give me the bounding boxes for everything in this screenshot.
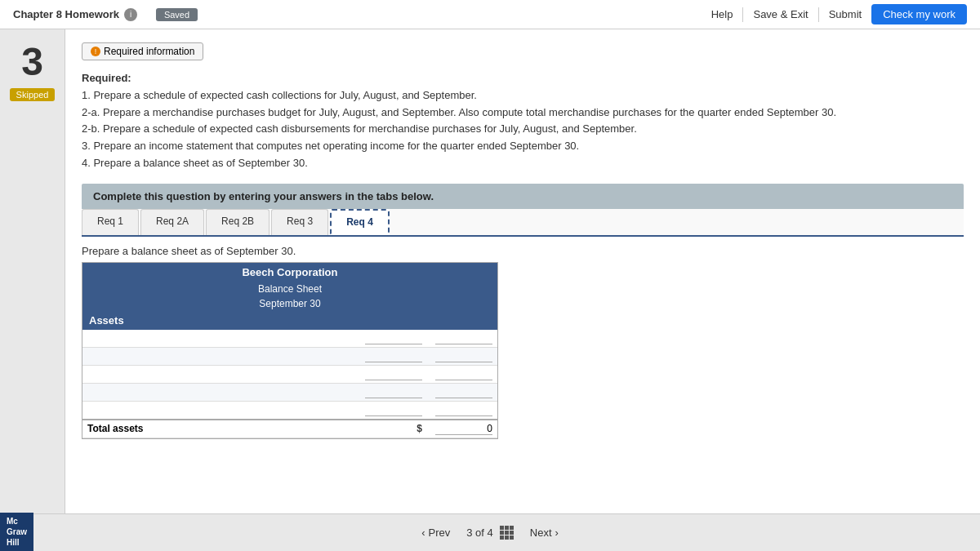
req-info-label: Required information xyxy=(104,46,194,57)
tabs-row: Req 1 Req 2A Req 2B Req 3 Req 4 xyxy=(82,209,964,237)
required-info-button[interactable]: ! Required information xyxy=(82,42,203,60)
next-arrow-icon: › xyxy=(555,527,559,539)
page-counter: 3 of 4 xyxy=(466,527,493,539)
table-row xyxy=(82,347,497,365)
instruction-line-4: 3. Prepare an income statement that comp… xyxy=(82,140,579,152)
page-info: 3 of 4 xyxy=(466,526,514,540)
table-row xyxy=(82,401,497,420)
instruction-box-text: Complete this question by entering your … xyxy=(93,190,434,202)
prev-label: Prev xyxy=(429,527,451,539)
dollar-sign-icon: $ xyxy=(416,423,422,434)
info-icon[interactable]: i xyxy=(124,8,137,21)
total-assets-input[interactable] xyxy=(435,423,492,435)
instruction-box: Complete this question by entering your … xyxy=(82,184,964,209)
bs-input-field-4[interactable] xyxy=(365,386,422,398)
tab-req2b[interactable]: Req 2B xyxy=(206,209,270,235)
bs-label-5 xyxy=(82,401,357,420)
bs-input-3[interactable] xyxy=(357,365,427,383)
next-label: Next xyxy=(530,527,552,539)
bs-input-4[interactable] xyxy=(357,383,427,401)
bs-input-field-2[interactable] xyxy=(365,350,422,362)
bs-input-field-1[interactable] xyxy=(365,332,422,344)
bs-input-field-2b[interactable] xyxy=(435,350,492,362)
divider2 xyxy=(818,7,819,22)
bs-input-3b[interactable] xyxy=(427,365,497,383)
table-row xyxy=(82,365,497,383)
bs-company-name: Beech Corporation xyxy=(82,263,497,282)
bs-input-2b[interactable] xyxy=(427,347,497,365)
total-assets-label: Total assets xyxy=(82,420,357,438)
main-area: 3 Skipped ! Required information Require… xyxy=(0,29,980,513)
instruction-line-5: 4. Prepare a balance sheet as of Septemb… xyxy=(82,157,308,169)
check-my-work-button[interactable]: Check my work xyxy=(871,4,967,24)
balance-sheet-table: Total assets $ xyxy=(82,330,497,438)
dollar-sign-cell: $ xyxy=(357,420,427,438)
saved-badge: Saved xyxy=(156,8,198,21)
prev-button[interactable]: ‹ Prev xyxy=(421,527,450,539)
next-button[interactable]: Next › xyxy=(530,527,559,539)
bs-input-field-3[interactable] xyxy=(365,368,422,380)
bs-input-field-3b[interactable] xyxy=(435,368,492,380)
instruction-line-3: 2-b. Prepare a schedule of expected cash… xyxy=(82,122,637,135)
bottom-navigation: ‹ Prev 3 of 4 Next › xyxy=(0,513,980,551)
help-link[interactable]: Help xyxy=(711,8,733,20)
prev-arrow-icon: ‹ xyxy=(421,527,425,539)
grid-icon[interactable] xyxy=(500,526,514,540)
question-number: 3 xyxy=(21,42,43,82)
bs-input-5[interactable] xyxy=(357,401,427,420)
bs-input-2[interactable] xyxy=(357,347,427,365)
bs-date: September 30 xyxy=(82,296,497,311)
submit-button[interactable]: Submit xyxy=(829,8,862,20)
instruction-line-2: 2-a. Prepare a merchandise purchases bud… xyxy=(82,106,836,118)
bs-input-1b[interactable] xyxy=(427,330,497,348)
sub-heading: Prepare a balance sheet as of September … xyxy=(82,245,964,257)
balance-sheet-container: Beech Corporation Balance Sheet Septembe… xyxy=(82,262,498,439)
bs-input-4b[interactable] xyxy=(427,383,497,401)
bs-label-4 xyxy=(82,383,357,401)
instructions-heading: Required: xyxy=(82,72,131,84)
bs-label-2 xyxy=(82,347,357,365)
bs-input-field-1b[interactable] xyxy=(435,332,492,344)
bs-report-title: Balance Sheet xyxy=(82,282,497,296)
tab-req3[interactable]: Req 3 xyxy=(271,209,328,235)
bs-assets-label: Assets xyxy=(82,311,497,330)
skipped-badge[interactable]: Skipped xyxy=(10,88,56,101)
instruction-line-1: 1. Prepare a schedule of expected cash c… xyxy=(82,89,477,101)
nav-left: Chapter 8 Homework i Saved xyxy=(13,8,198,21)
tab-req2a[interactable]: Req 2A xyxy=(140,209,204,235)
sidebar: 3 Skipped xyxy=(0,29,65,513)
divider xyxy=(742,7,743,22)
info-dot: ! xyxy=(91,47,100,56)
bs-input-5b[interactable] xyxy=(427,401,497,420)
total-assets-value[interactable] xyxy=(427,420,497,438)
top-navigation: Chapter 8 Homework i Saved Help Save & E… xyxy=(0,0,980,29)
save-exit-button[interactable]: Save & Exit xyxy=(753,8,808,20)
bs-input-field-5b[interactable] xyxy=(435,404,492,416)
instructions: Required: 1. Prepare a schedule of expec… xyxy=(82,70,964,172)
bs-input-field-5[interactable] xyxy=(365,404,422,416)
bs-input-1[interactable] xyxy=(357,330,427,348)
tab-req1[interactable]: Req 1 xyxy=(82,209,139,235)
table-row xyxy=(82,383,497,401)
tab-req4[interactable]: Req 4 xyxy=(330,209,390,235)
bs-input-field-4b[interactable] xyxy=(435,386,492,398)
total-assets-row: Total assets $ xyxy=(82,420,497,438)
page-title: Chapter 8 Homework xyxy=(13,8,119,20)
bs-label-1 xyxy=(82,330,357,348)
content-panel: ! Required information Required: 1. Prep… xyxy=(65,29,980,513)
table-row xyxy=(82,330,497,348)
bs-label-3 xyxy=(82,365,357,383)
nav-right: Help Save & Exit Submit Check my work xyxy=(711,4,967,24)
